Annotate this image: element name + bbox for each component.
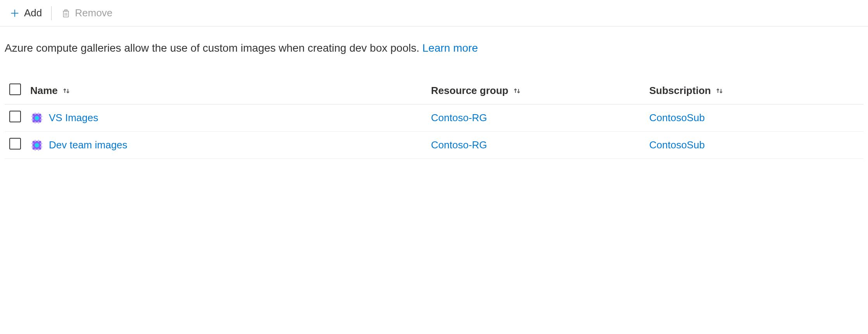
resource-group-link[interactable]: Contoso-RG: [431, 139, 487, 151]
column-header-resource-group[interactable]: Resource group: [426, 77, 645, 104]
svg-rect-12: [40, 119, 43, 120]
toolbar: Add Remove: [0, 0, 868, 26]
svg-rect-5: [35, 113, 36, 115]
svg-rect-18: [38, 148, 39, 151]
svg-point-13: [35, 116, 39, 120]
plus-icon: [9, 8, 20, 19]
svg-rect-8: [38, 121, 39, 124]
svg-rect-16: [38, 140, 39, 142]
svg-rect-7: [35, 121, 36, 124]
description-text: Azure compute galleries allow the use of…: [0, 26, 868, 66]
sort-icon: [62, 86, 71, 96]
svg-rect-20: [31, 146, 34, 148]
svg-rect-6: [38, 113, 39, 115]
svg-rect-9: [31, 116, 34, 117]
gallery-name-link[interactable]: Dev team images: [49, 139, 127, 151]
galleries-table: Name Resource group: [0, 66, 868, 159]
toolbar-divider: [51, 6, 52, 20]
svg-rect-22: [40, 146, 43, 148]
trash-icon: [61, 8, 71, 18]
column-header-subscription[interactable]: Subscription: [645, 77, 863, 104]
add-button-label: Add: [24, 7, 42, 19]
resource-group-link[interactable]: Contoso-RG: [431, 112, 487, 124]
column-header-name[interactable]: Name: [26, 77, 426, 104]
remove-button-label: Remove: [75, 7, 112, 19]
gallery-icon: [30, 111, 43, 125]
gallery-icon: [30, 139, 43, 152]
sort-icon: [512, 86, 522, 96]
add-button[interactable]: Add: [7, 5, 44, 21]
svg-rect-17: [35, 148, 36, 151]
table-row[interactable]: Dev team images Contoso-RG ContosoSub: [5, 132, 863, 159]
column-header-checkbox: [5, 77, 26, 104]
svg-rect-11: [40, 116, 43, 117]
svg-rect-10: [31, 119, 34, 120]
row-checkbox[interactable]: [9, 111, 21, 122]
sort-icon: [715, 86, 724, 96]
gallery-name-link[interactable]: VS Images: [49, 112, 98, 124]
remove-button[interactable]: Remove: [59, 5, 115, 21]
svg-rect-15: [35, 140, 36, 142]
subscription-link[interactable]: ContosoSub: [649, 112, 705, 124]
table-row[interactable]: VS Images Contoso-RG ContosoSub: [5, 104, 863, 132]
svg-rect-19: [31, 143, 34, 144]
svg-rect-21: [40, 143, 43, 144]
svg-point-23: [35, 143, 39, 147]
select-all-checkbox[interactable]: [9, 84, 21, 95]
learn-more-link[interactable]: Learn more: [422, 42, 478, 54]
subscription-link[interactable]: ContosoSub: [649, 139, 705, 151]
row-checkbox[interactable]: [9, 138, 21, 150]
